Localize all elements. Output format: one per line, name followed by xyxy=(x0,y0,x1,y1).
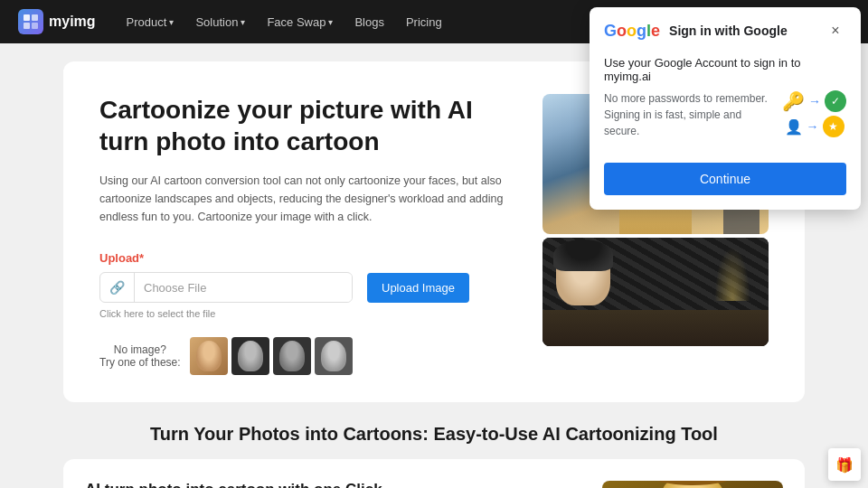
sample-label: No image? Try one of these: xyxy=(99,343,181,369)
nav-product[interactable]: Product ▾ xyxy=(118,12,184,33)
gift-icon: 🎁 xyxy=(835,456,854,474)
person-icon: 👤 xyxy=(785,118,803,136)
upload-hint: Click here to select the file xyxy=(99,308,515,319)
section-card: AI turn photo into cartoon with one Clic… xyxy=(63,459,805,488)
svg-rect-2 xyxy=(24,23,30,29)
popup-icon-row-2: 👤 → ★ xyxy=(785,116,844,137)
sample-images xyxy=(190,337,353,375)
required-marker: * xyxy=(139,251,144,265)
section-below: Turn Your Photos into Cartoons: Easy-to-… xyxy=(63,424,805,488)
nav-blogs[interactable]: Blogs xyxy=(345,12,393,33)
popup-close-button[interactable]: × xyxy=(825,20,846,42)
nav-faceswap[interactable]: Face Swap ▾ xyxy=(258,12,342,33)
logo[interactable]: myimg xyxy=(18,9,96,34)
navbar-nav: Product ▾ Solution ▾ Face Swap ▾ Blogs P… xyxy=(118,12,625,33)
svg-rect-0 xyxy=(24,14,30,21)
section-title: Turn Your Photos into Cartoons: Easy-to-… xyxy=(63,424,805,445)
popup-content-row: No more passwords to remember. Signing i… xyxy=(604,90,846,152)
popup-text-area: No more passwords to remember. Signing i… xyxy=(604,90,773,152)
hero-left: Cartoonize your picture with AI turn pho… xyxy=(99,94,515,375)
svg-rect-3 xyxy=(32,23,38,29)
upload-input-wrapper[interactable]: 🔗 Choose File xyxy=(99,272,353,303)
gift-button[interactable]: 🎁 xyxy=(828,448,861,481)
popup-icon-row: 🔑 → ✓ xyxy=(782,90,846,112)
chevron-down-icon: ▾ xyxy=(169,17,174,27)
arrow-right-icon-2: → xyxy=(807,119,819,134)
file-name-display: Choose File xyxy=(135,274,352,302)
sample-thumb-3[interactable] xyxy=(273,337,311,375)
upload-row-wrapper: 🔗 Choose File Upload Image xyxy=(99,272,515,303)
section-card-image xyxy=(602,481,783,488)
link-icon: 🔗 xyxy=(100,273,135,302)
arrow-right-icon: → xyxy=(808,94,821,108)
upload-image-button[interactable]: Upload Image xyxy=(367,273,469,303)
sample-thumb-4[interactable] xyxy=(315,337,353,375)
popup-header: Google Sign in with Google × xyxy=(590,7,861,49)
hero-title: Cartoonize your picture with AI turn pho… xyxy=(99,94,515,157)
popup-icons: 🔑 → ✓ 👤 → ★ xyxy=(782,90,846,137)
logo-icon xyxy=(18,9,43,34)
sample-section: No image? Try one of these: xyxy=(99,337,515,375)
nav-pricing[interactable]: Pricing xyxy=(397,12,451,33)
sample-thumb-1[interactable] xyxy=(190,337,228,375)
yellow-circle-icon: ★ xyxy=(823,116,844,137)
nav-solution[interactable]: Solution ▾ xyxy=(186,12,254,33)
upload-label: Upload* xyxy=(99,251,515,265)
logo-text: myimg xyxy=(49,14,96,30)
key-icon: 🔑 xyxy=(782,90,805,112)
popup-description: No more passwords to remember. Signing i… xyxy=(604,90,773,139)
hero-image-bottom xyxy=(542,238,769,346)
green-circle-icon: ✓ xyxy=(825,90,846,112)
sample-thumb-2[interactable] xyxy=(231,337,269,375)
section-card-subtitle: AI turn photo into cartoon with one Clic… xyxy=(85,481,580,488)
popup-subtitle: Use your Google Account to sign in to my… xyxy=(604,56,846,83)
google-signin-popup: Google Sign in with Google × Use your Go… xyxy=(590,7,861,210)
continue-button[interactable]: Continue xyxy=(604,163,846,195)
chevron-down-icon: ▾ xyxy=(241,17,245,27)
section-card-left: AI turn photo into cartoon with one Clic… xyxy=(85,481,580,488)
chevron-down-icon: ▾ xyxy=(328,17,333,27)
popup-title: Sign in with Google xyxy=(669,23,788,38)
google-logo: Google xyxy=(604,22,660,41)
popup-header-left: Google Sign in with Google xyxy=(604,22,788,41)
popup-body: Use your Google Account to sign in to my… xyxy=(590,49,861,210)
svg-rect-1 xyxy=(32,14,38,21)
hero-description: Using our AI cartoon conversion tool can… xyxy=(99,172,515,226)
